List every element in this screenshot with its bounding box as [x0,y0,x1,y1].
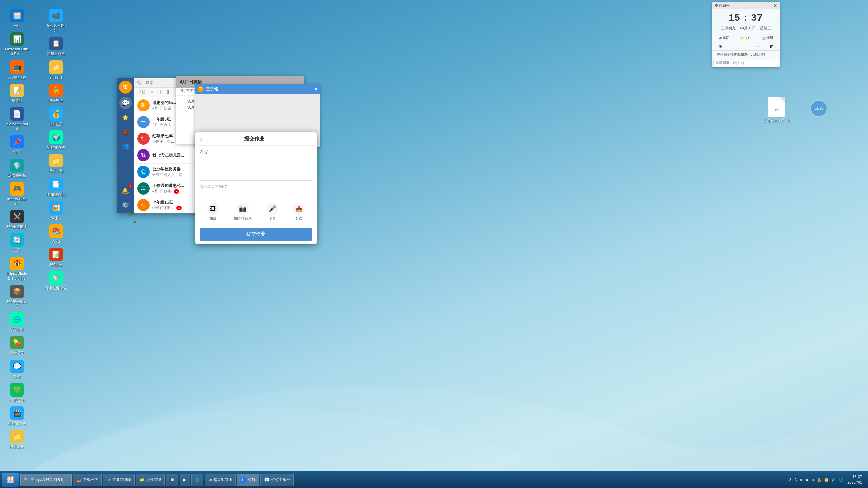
desktop-icon-huyu[interactable]: 🎮 Infinity Blade... [3,180,31,208]
wps-icon: 📝 [49,248,63,261]
widget-desktop-btn[interactable]: 🖥 桌面 [716,35,731,41]
widget-search-input[interactable] [713,60,778,66]
taskbar-item-dingwork[interactable]: 🅿 钉钉工作台 [260,474,294,486]
desktop-icon-infinity2[interactable]: 📦 360安全浏览器 [3,283,31,310]
pan-icon: 📤 [293,203,305,215]
taskbar-item-download[interactable]: 📥 下载一下 [73,474,102,486]
widget-news-btn[interactable]: 📰 快讯 [760,35,775,41]
tool-album[interactable]: 🖼 相册 [207,203,219,221]
tray-icon-6[interactable]: 🔒 [816,478,822,482]
content-textarea[interactable] [200,157,312,181]
desktop-icon-win[interactable]: 🪟 win [3,7,31,30]
tab-refresh[interactable]: ↺ [156,89,163,96]
chat-window-body [195,94,320,100]
chat-window-close-btn[interactable]: ✕ [314,87,318,92]
desktop-icon-folder2[interactable]: 📁 金山卫士 [42,58,70,82]
sidebar-settings-icon[interactable]: ⚙️ [119,199,132,211]
taskbar-item-chaoxing[interactable]: ✉ 超星学习通 [205,474,236,486]
desktop-icon-excel[interactable]: 📊 Microsoft Office Exc... [3,30,31,58]
taskbar-item-taskmgr[interactable]: 🖥 任务管理器 [103,474,135,486]
tool-camera[interactable]: 📷 拍照/拍视频 [234,203,252,221]
user-avatar[interactable]: 谢 [119,81,132,94]
file-name-label: 新建文本文档 .txt [764,118,789,123]
desktop-icon-kaimen[interactable]: 📺 开课吧直播 [3,58,31,82]
desktop-icon-panorama[interactable]: 🌍 新建文件夹 [42,128,70,152]
desktop-icon-huyu2[interactable]: 🐯 InfinityBlade 2.1.3.5.jpa [3,255,31,282]
homework-dialog: ∨ 提交作业 内容 @何红启老师(传... 🖼 相册 📷 拍照/拍视频 🎤 录音 [195,132,317,244]
tool-pan[interactable]: 📤 打盘 [293,203,305,221]
widget-action-3[interactable]: ↑ [744,44,746,49]
course-label: WPS [52,239,60,244]
tray-icon-3[interactable]: ⊕ [799,478,804,482]
desktop-icon-meeting[interactable]: 📹 办公软件Doc... [42,7,70,35]
tray-icon-8[interactable]: 🔊 [830,478,836,482]
sidebar-contact-icon[interactable]: 👥 [119,140,132,152]
desktop-icon-security[interactable]: 🛡️ 网络安全盾 [3,157,31,180]
desktop-icon-wps[interactable]: 📝 360卫士 [42,246,70,269]
start-button[interactable]: 🪟 [2,473,19,487]
widget-minimize-btn[interactable]: ─ [769,3,772,8]
tray-icon-5[interactable]: ⊕ [810,478,815,482]
desktop-icon-finance[interactable]: 💰 360全景 [42,105,70,128]
submit-homework-button[interactable]: 提交作业 [200,228,312,241]
tray-icon-1[interactable]: S [788,478,793,482]
doc-icon: 📋 [49,37,63,50]
widget-header: 桌面助手 ─ ✕ [712,2,780,9]
tab-all[interactable]: 全部 [136,89,147,96]
desktop-icon-course[interactable]: 📚 WPS [42,222,70,246]
desktop-file-txt[interactable]: .txt 新建文本文档 .txt [763,97,790,123]
chat-window-max-btn[interactable]: □ [310,87,312,92]
avatar-2: 红 [137,133,150,145]
desktop-icon-word[interactable]: 📄 Microsoft Word [3,105,31,133]
desktop-icon-jinshan[interactable]: 🔒 腾珠财务 [42,82,70,105]
tool-record[interactable]: 🎤 录音 [266,203,278,221]
sidebar-bell-icon[interactable]: 🔔 ! [119,184,132,197]
tray-icon-7[interactable]: 📶 [823,478,829,482]
unk1-icon: 🔲 [170,477,175,482]
desktop-icon-360[interactable]: 🛡️ 腾讯企业邮箱 [42,269,70,292]
desktop-icon-doc[interactable]: 📋 新建文件夹 [42,35,70,58]
taskbar-item-browser[interactable]: 🌐 [191,474,203,486]
widget-action-2[interactable]: □ [732,44,734,49]
chat-name-6: 七年级15班 [152,200,173,205]
widget-action-5[interactable]: ⊞ [770,44,773,49]
tab-delete[interactable]: 🗑 [164,89,172,96]
sidebar-star-icon[interactable]: ⭐ [119,111,132,123]
widget-file-btn[interactable]: 📁 文件 [738,35,753,41]
notep-label: 记事机 [12,99,23,103]
tab-star[interactable]: ☆ [148,89,156,96]
dialog-back-btn[interactable]: ∨ [200,136,203,142]
tray-icon-9[interactable]: 🌐 [837,478,844,482]
desktop-icon-tencent-doc[interactable]: 📑 腾讯证件照 [42,176,70,199]
chat-window-min-btn[interactable]: ─ [305,87,308,92]
desktop-icon-video[interactable]: 🎬 新建文件夹 [3,404,31,428]
tray-icon-4[interactable]: ◆ [805,478,809,482]
taskbar-item-unk1[interactable]: 🔲 [166,474,178,486]
widget-action-1[interactable]: ⊕ [718,44,722,49]
chat-name-1: 一年级5班 [152,117,171,122]
chat-window-header: 王 王子铭 ─ □ ✕ [195,84,320,94]
desktop-icon-qq[interactable]: 💬 微信 [3,358,31,381]
taskbar-item-filemgr[interactable]: 📁 文件管理 [136,474,165,486]
desktop-icon-notep[interactable]: 📝 记事机 [3,82,31,105]
taskbar-item-dingding[interactable]: 钉 钉钉 [237,474,259,486]
desktop-icon-shuangji[interactable]: 🔄 虎牙 [3,231,31,255]
nail-label: 钉钉 [13,150,21,154]
widget-action-4[interactable]: → [756,44,760,49]
desktop-icon-infinity[interactable]: ⚔️ 360重置助手 [3,208,31,231]
desktop-icon-folder1[interactable]: 📁 腾讯会议 [3,428,31,451]
desktop-icon-nail[interactable]: 📌 钉钉 [3,133,31,156]
infinity2-icon: 📦 [10,285,24,298]
taskbar-item-cpa[interactable]: 🔍 🔍 cpa考试科目及时... [20,474,72,486]
widget-close-btn[interactable]: ✕ [774,3,777,8]
desktop-icon-folder3[interactable]: 📁 腾讯文档 [42,152,70,175]
desktop-icon-health[interactable]: 💊 腾讯QQ [3,334,31,357]
taskbar-item-play[interactable]: ▶ [180,474,190,486]
desktop-icon-photo[interactable]: 🖼️ 微课堂 [42,199,70,222]
desktop-icon-browser[interactable]: 🌐 360健康 [3,310,31,334]
tray-icon-2[interactable]: A [794,478,798,482]
widget-gregorian-date: 04月01日 [740,26,755,30]
sidebar-chat-icon[interactable]: 💬 [119,97,132,109]
sidebar-work-icon[interactable]: 💼 [119,125,132,138]
desktop-icon-wechat[interactable]: 💚 腾讯视频 [3,381,31,404]
